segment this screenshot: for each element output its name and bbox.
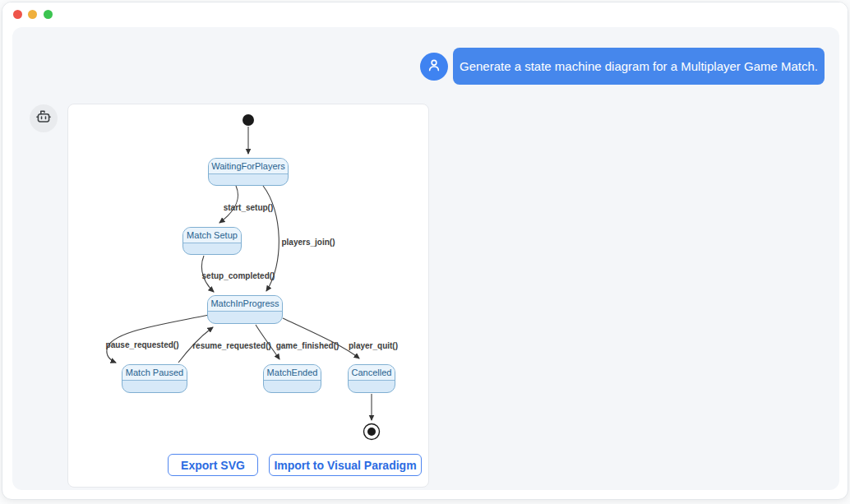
- initial-state-node: [243, 114, 254, 126]
- export-svg-button[interactable]: Export SVG: [168, 454, 258, 476]
- state-cancelled: Cancelled: [348, 364, 395, 393]
- transition-label: pause_requested(): [106, 340, 179, 349]
- state-label: MatchEnded: [264, 365, 321, 381]
- transition-label: players_join(): [281, 238, 335, 247]
- import-to-visual-paradigm-button[interactable]: Import to Visual Paradigm: [269, 454, 422, 476]
- edge-pause-requested: [107, 315, 209, 363]
- user-message-bubble: Generate a state machine diagram for a M…: [453, 48, 825, 85]
- state-matchended: MatchEnded: [263, 364, 321, 393]
- person-icon: [425, 56, 443, 77]
- close-window-button[interactable]: [13, 10, 22, 19]
- transition-label: setup_completed(): [202, 271, 275, 280]
- state-machine-diagram: WaitingForPlayers Match Setup MatchInPro…: [68, 104, 430, 488]
- state-label: MatchInProgress: [208, 296, 282, 312]
- user-message-text: Generate a state machine diagram for a M…: [460, 59, 818, 73]
- transition-label: game_finished(): [276, 341, 340, 350]
- state-match-setup: Match Setup: [182, 227, 242, 255]
- user-avatar: [420, 53, 448, 81]
- transition-label: start_setup(): [224, 203, 274, 212]
- edge-player-quit: [283, 318, 359, 358]
- transition-label: resume_requested(): [192, 341, 271, 350]
- state-waitingforplayers: WaitingForPlayers: [208, 158, 289, 186]
- state-label: Match Paused: [122, 365, 187, 381]
- robot-icon: [35, 108, 53, 129]
- zoom-window-button[interactable]: [44, 10, 53, 19]
- diagram-card: WaitingForPlayers Match Setup MatchInPro…: [67, 104, 429, 488]
- minimize-window-button[interactable]: [28, 10, 37, 19]
- state-label: Cancelled: [349, 365, 395, 381]
- window-titlebar: [2, 2, 848, 27]
- state-label: Match Setup: [183, 228, 241, 243]
- final-state-node: [364, 424, 380, 440]
- transition-label: player_quit(): [349, 341, 398, 350]
- state-match-paused: Match Paused: [122, 364, 187, 393]
- state-matchinprogress: MatchInProgress: [207, 295, 283, 324]
- app-window: Generate a state machine diagram for a M…: [2, 2, 848, 500]
- bot-avatar: [30, 104, 58, 132]
- state-label: WaitingForPlayers: [209, 159, 288, 174]
